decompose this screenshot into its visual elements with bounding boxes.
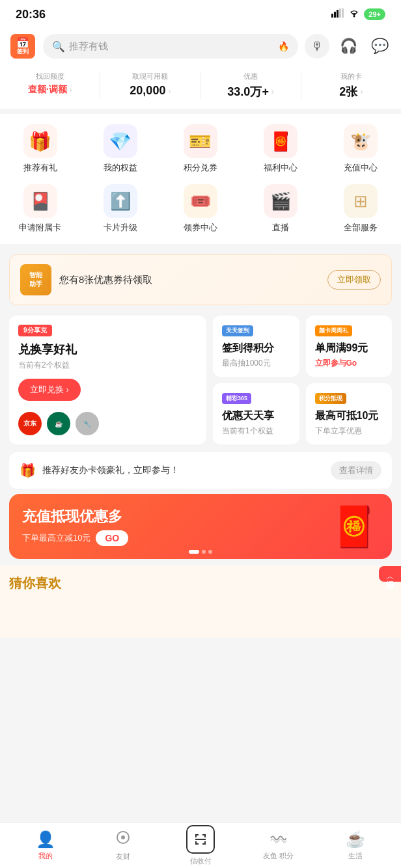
card-tag-weekly: 颜卡周周礼 — [315, 325, 352, 336]
bottom-nav: 👤 我的 友财 信收付 — [0, 822, 401, 868]
other-brand-icon: 🔧 — [76, 412, 99, 435]
referral-banner: 🎁 推荐好友办卡领豪礼，立即参与！ 查看详情 — [9, 452, 392, 489]
headset-button[interactable]: 🎧 — [336, 34, 361, 59]
floating-wealth-tab[interactable]: 财富广场〈 — [379, 566, 401, 582]
svg-rect-3 — [339, 8, 341, 18]
stat-discount[interactable]: 优惠 33.0万+ › — [201, 72, 301, 100]
svg-rect-8 — [195, 839, 206, 840]
svg-point-7 — [121, 835, 125, 839]
header: 📅 签到 🔍 推荐有钱 🔥 🎙 🎧 💬 — [0, 29, 401, 65]
mine-icon: 👤 — [36, 830, 55, 848]
menu-label: 申请附属卡 — [19, 222, 61, 234]
menu-all-services[interactable]: ⊞ 全部服务 — [328, 184, 393, 234]
promo-illustration: 🧧 — [330, 504, 379, 550]
status-icons: 29+ — [331, 8, 385, 20]
card-tag-points: 积分抵现 — [315, 393, 346, 404]
checkin-sub: 最高抽1000元 — [222, 358, 290, 369]
365-sub: 当前有1个权益 — [222, 426, 290, 437]
nav-item-life[interactable]: ☕ 生活 — [317, 825, 394, 866]
section-title-guess: 猜你喜欢 — [0, 565, 401, 599]
stat-credit-limit[interactable]: 找回额度 查额·调额 › — [0, 72, 100, 100]
nav-label-life: 生活 — [348, 851, 363, 861]
stat-available[interactable]: 取现可用额 20,000 › — [100, 72, 200, 100]
stat-cards[interactable]: 我的卡 2张 › — [301, 72, 401, 100]
365-card[interactable]: 精彩365 优惠天天享 当前有1个权益 — [213, 383, 299, 444]
nav-item-scan[interactable]: 信收付 — [161, 820, 239, 868]
checkin-title: 签到得积分 — [222, 342, 290, 355]
referral-cta-button[interactable]: 查看详情 — [331, 461, 381, 480]
stat-label-credit: 找回额度 — [36, 72, 64, 81]
menu-label: 充值中心 — [344, 162, 378, 174]
nav-label-youyu: 友鱼·积分 — [263, 851, 294, 861]
message-button[interactable]: 💬 — [367, 34, 392, 59]
promo-title: 充值抵现优惠多 — [22, 507, 379, 526]
stat-value-discount: 33.0万+ — [227, 84, 269, 100]
youyu-icon — [270, 830, 286, 848]
nav-item-mine[interactable]: 👤 我的 — [7, 825, 84, 866]
weekly-gift-card[interactable]: 颜卡周周礼 单周满99元 立即参与Go — [306, 316, 393, 377]
smart-cta-button[interactable]: 立即领取 — [327, 270, 381, 290]
menu-label: 福利中心 — [264, 162, 297, 174]
menu-recharge-center[interactable]: 🐮 充值中心 — [328, 124, 393, 174]
exchange-now-button[interactable]: 立即兑换 › — [18, 379, 81, 401]
weekly-title: 单周满99元 — [315, 342, 383, 355]
life-icon: ☕ — [346, 830, 365, 848]
365-title: 优惠天天享 — [222, 409, 290, 423]
guess-you-like-section: 猜你喜欢 — [0, 565, 401, 638]
status-time: 20:36 — [16, 8, 46, 21]
referral-icon: 🎁 — [20, 463, 36, 478]
daily-checkin-card[interactable]: 天天签到 签到得积分 最高抽1000元 — [213, 316, 299, 377]
brand-list: 京东 ☕ 🔧 — [18, 412, 197, 435]
nav-label-scan: 信收付 — [190, 856, 212, 866]
promo-sub: 下单最高立减10元 GO — [22, 530, 379, 546]
menu-label: 推荐有礼 — [23, 162, 57, 174]
menu-label: 积分兑券 — [184, 162, 217, 174]
exchange-gift-card[interactable]: 9分享克 兑换享好礼 当前有2个权益 立即兑换 › 京东 ☕ 🔧 — [9, 316, 206, 444]
menu-label: 全部服务 — [344, 222, 378, 234]
promo-banner[interactable]: 充值抵现优惠多 下单最高立减10元 GO 🧧 — [9, 494, 392, 559]
jd-brand-icon: 京东 — [18, 412, 42, 435]
menu-coupon-center[interactable]: 🎟️ 领券中心 — [168, 184, 233, 234]
svg-rect-0 — [331, 14, 333, 18]
scan-icon — [186, 825, 215, 854]
smart-logo: 智能 助手 — [20, 264, 51, 295]
chevron-icon: › — [70, 85, 72, 94]
menu-card-upgrade[interactable]: ⬆️ 卡片升级 — [88, 184, 153, 234]
checkin-button[interactable]: 📅 签到 — [9, 34, 36, 59]
menu-points-exchange[interactable]: 🎫 积分兑券 — [168, 124, 233, 174]
carousel-dots — [189, 550, 212, 554]
promo-text-block: 充值抵现优惠多 下单最高立减10元 GO — [22, 507, 379, 546]
points-sub: 下单立享优惠 — [315, 426, 383, 437]
menu-label: 我的权益 — [104, 162, 137, 174]
menu-live[interactable]: 🎬 直播 — [248, 184, 313, 234]
menu-label: 卡片升级 — [104, 222, 137, 234]
status-bar: 20:36 29+ — [0, 0, 401, 29]
menu-supplementary-card[interactable]: 🎴 申请附属卡 — [8, 184, 73, 234]
search-bar[interactable]: 🔍 推荐有钱 🔥 — [43, 34, 298, 59]
points-title: 最高可抵10元 — [315, 409, 383, 423]
quick-stats: 找回额度 查额·调额 › 取现可用额 20,000 › 优惠 33.0万+ › … — [0, 65, 401, 114]
menu-label: 直播 — [272, 222, 289, 234]
points-rebate-card[interactable]: 积分抵现 最高可抵10元 下单立享优惠 — [306, 383, 393, 444]
menu-welfare-center[interactable]: 🧧 福利中心 — [248, 124, 313, 174]
go-button[interactable]: GO — [96, 530, 128, 546]
right-cards: 天天签到 签到得积分 最高抽1000元 颜卡周周礼 单周满99元 立即参与Go … — [213, 316, 392, 444]
menu-recommend-gift[interactable]: 🎁 推荐有礼 — [8, 124, 73, 174]
referral-text: 推荐好友办卡领豪礼，立即参与！ — [42, 465, 324, 476]
mic-button[interactable]: 🎙 — [305, 34, 329, 59]
nav-item-youyu-points[interactable]: 友鱼·积分 — [240, 825, 317, 866]
menu-my-benefits[interactable]: 💎 我的权益 — [88, 124, 153, 174]
card-sub: 当前有2个权益 — [18, 360, 197, 371]
card-tag-9fen: 9分享克 — [18, 325, 52, 336]
youcai-icon — [115, 830, 131, 849]
nav-label-mine: 我的 — [38, 851, 53, 861]
checkin-icon: 📅 签到 — [10, 34, 35, 59]
cards-section: 9分享克 兑换享好礼 当前有2个权益 立即兑换 › 京东 ☕ 🔧 天天签到 签到… — [0, 310, 401, 450]
stat-label-cards: 我的卡 — [340, 72, 362, 81]
menu-label: 领券中心 — [184, 222, 217, 234]
stat-label-discount: 优惠 — [243, 72, 258, 81]
svg-rect-2 — [337, 10, 339, 18]
icon-row-2: 🎴 申请附属卡 ⬆️ 卡片升级 🎟️ 领券中心 🎬 直播 — [0, 184, 401, 234]
smart-banner: 智能 助手 您有8张优惠券待领取 立即领取 — [9, 254, 392, 305]
nav-item-youcai[interactable]: 友财 — [84, 824, 161, 867]
